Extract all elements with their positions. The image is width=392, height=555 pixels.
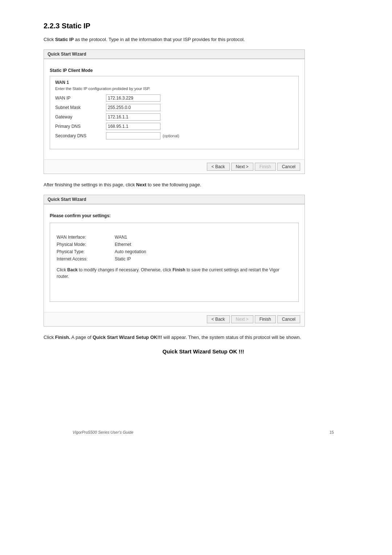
cancel-button-2[interactable]: Cancel <box>277 315 300 323</box>
confirm-value-physical-type: Auto negotiation <box>115 249 146 254</box>
finish-description: Click Finish. A page of Quick Start Wiza… <box>44 334 363 341</box>
confirm-row-wan-interface: WAN Interface: WAN1 <box>57 235 292 240</box>
next-button-1[interactable]: Next > <box>231 163 253 171</box>
label-subnet: Subnet Mask <box>55 105 106 110</box>
page-number: 15 <box>330 430 334 434</box>
wizard-panel-1: Quick Start Wizard Static IP Client Mode… <box>44 49 305 174</box>
wizard-body-1: Static IP Client Mode WAN 1 Enter the St… <box>44 63 305 159</box>
confirm-box: WAN Interface: WAN1 Physical Mode: Ether… <box>50 223 299 302</box>
footer-note: VigorPro5500 Series User's Guide <box>73 430 134 434</box>
wan-box-1: WAN 1 Enter the Static IP configuration … <box>50 76 299 149</box>
form-row-wan-ip: WAN IP <box>55 94 293 102</box>
confirm-row-physical-mode: Physical Mode: Ethernet <box>57 242 292 247</box>
section-description: Click Static IP as the protocol. Type in… <box>44 36 363 44</box>
input-subnet[interactable] <box>106 104 160 111</box>
next-button-2[interactable]: Next > <box>231 315 253 323</box>
wizard-body-2: Please confirm your settings: WAN Interf… <box>44 208 305 312</box>
finish-button-2[interactable]: Finish <box>255 315 276 323</box>
section-heading: 2.2.3 Static IP <box>44 22 363 30</box>
wan-title-1: WAN 1 <box>55 80 293 85</box>
finish-button-1[interactable]: Finish <box>255 163 276 171</box>
input-primary-dns[interactable] <box>106 123 160 130</box>
wizard-header-1: Quick Start Wizard <box>44 50 305 59</box>
label-primary-dns: Primary DNS <box>55 124 106 129</box>
confirm-note: Click Back to modify changes if necessar… <box>57 267 292 280</box>
form-row-primary-dns: Primary DNS <box>55 123 293 130</box>
input-gateway[interactable] <box>106 113 160 121</box>
setup-ok-title: Quick Start Wizard Setup OK !!! <box>44 348 363 355</box>
confirm-row-physical-type: Physical Type: Auto negotiation <box>57 249 292 254</box>
optional-label: (optional) <box>163 134 179 138</box>
label-secondary-dns: Secondary DNS <box>55 133 106 138</box>
wizard-footer-2: < Back Next > Finish Cancel <box>44 312 305 326</box>
form-row-subnet: Subnet Mask <box>55 104 293 111</box>
confirm-value-physical-mode: Ethernet <box>115 242 131 247</box>
confirm-label-physical-type: Physical Type: <box>57 249 115 254</box>
cancel-button-1[interactable]: Cancel <box>277 163 300 171</box>
back-button-2[interactable]: < Back <box>207 315 230 323</box>
confirm-value-internet-access: Static IP <box>115 256 131 262</box>
wizard-header-2: Quick Start Wizard <box>44 195 305 204</box>
wizard-panel-2: Quick Start Wizard Please confirm your s… <box>44 195 305 327</box>
confirm-value-wan-interface: WAN1 <box>115 235 127 240</box>
wizard-section-title-1: Static IP Client Mode <box>50 68 299 73</box>
wizard-footer-1: < Back Next > Finish Cancel <box>44 159 305 174</box>
confirm-section-title: Please confirm your settings: <box>50 213 299 218</box>
between-text: After finishing the settings in this pag… <box>44 181 363 189</box>
input-secondary-dns[interactable] <box>106 132 160 139</box>
back-button-1[interactable]: < Back <box>207 163 230 171</box>
confirm-label-physical-mode: Physical Mode: <box>57 242 115 247</box>
form-row-gateway: Gateway <box>55 113 293 121</box>
confirm-label-wan-interface: WAN Interface: <box>57 235 115 240</box>
confirm-row-internet-access: Internet Access: Static IP <box>57 256 292 262</box>
form-row-secondary-dns: Secondary DNS (optional) <box>55 132 293 139</box>
input-wan-ip[interactable] <box>106 94 160 102</box>
label-wan-ip: WAN IP <box>55 96 106 101</box>
wan-subtitle-1: Enter the Static IP configuration probid… <box>55 86 293 91</box>
confirm-label-internet-access: Internet Access: <box>57 256 115 262</box>
label-gateway: Gateway <box>55 114 106 119</box>
